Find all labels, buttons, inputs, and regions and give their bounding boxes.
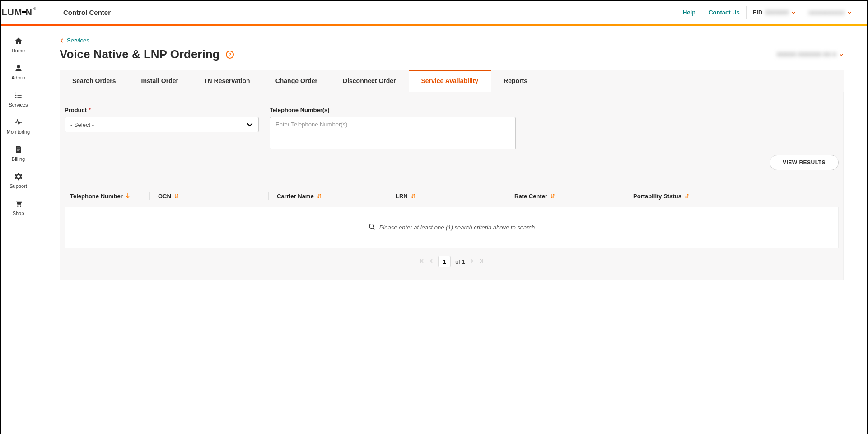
user-dropdown[interactable]: xxxxxxxxxxx (802, 9, 858, 16)
tn-input[interactable] (270, 117, 516, 149)
help-icon[interactable]: ? (226, 51, 234, 59)
tab-install-order[interactable]: Install Order (129, 70, 191, 92)
nav-admin[interactable]: Admin (1, 58, 36, 85)
logo-text-right: N (25, 7, 32, 18)
sort-icon (684, 193, 690, 199)
tn-label: Telephone Number(s) (270, 107, 516, 113)
help-link[interactable]: Help (677, 9, 702, 16)
sort-down-icon (126, 193, 130, 199)
svg-rect-4 (17, 95, 21, 96)
page-title: Voice Native & LNP Ordering (60, 47, 219, 61)
account-dropdown[interactable]: XXXXX XXXXXX XX X (777, 51, 844, 58)
th-label: Telephone Number (70, 193, 123, 200)
th-separator (625, 192, 625, 200)
account-name: XXXXX XXXXXX XX X (777, 51, 836, 58)
page-prev-icon[interactable] (429, 258, 434, 265)
th-portability-status[interactable]: Portability Status (633, 192, 833, 200)
page-first-icon[interactable] (419, 258, 425, 265)
th-separator (149, 192, 150, 200)
svg-rect-7 (17, 148, 20, 148)
top-right: Help Contact Us EID XXXXXX xxxxxxxxxxx (677, 6, 858, 19)
cart-icon (14, 198, 23, 210)
gear-icon (14, 171, 23, 182)
eid-dropdown[interactable]: EID XXXXXX (747, 9, 803, 16)
th-carrier-name[interactable]: Carrier Name (277, 192, 387, 200)
svg-point-11 (17, 206, 19, 207)
tab-tn-reservation[interactable]: TN Reservation (191, 70, 263, 92)
tabs: Search Orders Install Order TN Reservati… (60, 70, 844, 92)
tab-search-orders[interactable]: Search Orders (60, 70, 129, 92)
svg-point-3 (15, 95, 16, 96)
nav-label: Home (12, 48, 25, 53)
logo[interactable]: LUM N ® (1, 7, 36, 18)
chevron-down-icon (839, 52, 844, 57)
nav-shop[interactable]: Shop (1, 193, 36, 220)
tab-service-availability[interactable]: Service Availability (409, 70, 491, 92)
svg-rect-8 (17, 149, 20, 149)
sort-icon (411, 193, 416, 199)
nav-monitoring[interactable]: Monitoring (1, 112, 36, 139)
breadcrumb-services[interactable]: Services (67, 37, 89, 44)
results-table: Telephone Number OCN Carrier Name (65, 185, 839, 269)
user-name: xxxxxxxxxxx (808, 9, 845, 16)
chevron-down-icon (247, 121, 253, 128)
th-lrn[interactable]: LRN (396, 192, 506, 200)
nav-billing[interactable]: Billing (1, 139, 36, 166)
top-bar: LUM N ® Control Center Help Contact Us E… (1, 1, 867, 24)
nav-label: Admin (11, 75, 25, 80)
th-separator (506, 192, 506, 200)
svg-rect-2 (17, 93, 21, 93)
th-label: Portability Status (633, 193, 681, 200)
product-label-text: Product (65, 107, 87, 113)
nav-label: Shop (13, 210, 24, 216)
nav-support[interactable]: Support (1, 166, 36, 193)
breadcrumb: Services (60, 37, 844, 44)
page-last-icon[interactable] (479, 258, 484, 265)
svg-point-13 (369, 224, 373, 228)
product-field: Product * - Select - (65, 107, 259, 132)
nav-label: Support (9, 183, 27, 189)
th-separator (268, 192, 269, 200)
side-nav: Home Admin Services Monitoring Billing S… (1, 26, 36, 434)
product-select[interactable]: - Select - (65, 117, 259, 132)
contact-link[interactable]: Contact Us (702, 9, 746, 16)
th-rate-center[interactable]: Rate Center (514, 192, 625, 200)
empty-text: Please enter at least one (1) search cri… (379, 224, 535, 231)
th-label: Carrier Name (277, 193, 314, 200)
pagination: of 1 (65, 248, 839, 269)
search-panel: Product * - Select - Telephone Number(s) (60, 92, 844, 280)
eid-value: XXXXXX (765, 9, 789, 16)
list-icon (14, 89, 23, 101)
svg-rect-6 (17, 97, 21, 98)
user-icon (14, 62, 23, 74)
main: Services Voice Native & LNP Ordering ? X… (36, 26, 867, 434)
tab-change-order[interactable]: Change Order (263, 70, 330, 92)
svg-point-5 (15, 97, 16, 98)
logo-wrap: LUM N ® (1, 7, 36, 18)
table-header-row: Telephone Number OCN Carrier Name (65, 185, 839, 207)
nav-home[interactable]: Home (1, 31, 36, 58)
logo-bar-icon (22, 11, 26, 13)
th-telephone-number[interactable]: Telephone Number (70, 192, 149, 200)
svg-point-12 (19, 206, 21, 207)
page-input[interactable] (438, 256, 451, 267)
tab-reports[interactable]: Reports (491, 70, 540, 92)
svg-point-1 (15, 93, 16, 94)
nav-label: Monitoring (7, 129, 30, 135)
chevron-down-icon (847, 10, 852, 15)
form-row: Product * - Select - Telephone Number(s) (65, 107, 839, 149)
sort-icon (550, 193, 555, 199)
sort-icon (317, 193, 322, 199)
nav-services[interactable]: Services (1, 85, 36, 112)
nav-label: Billing (12, 156, 25, 162)
page-next-icon[interactable] (470, 258, 474, 265)
required-asterisk: * (89, 107, 91, 113)
eid-label: EID (753, 9, 763, 16)
search-icon (369, 223, 376, 232)
tab-disconnect-order[interactable]: Disconnect Order (330, 70, 408, 92)
th-ocn[interactable]: OCN (158, 192, 268, 200)
registered-icon: ® (33, 7, 37, 11)
chevron-left-icon (60, 38, 64, 43)
view-results-button[interactable]: VIEW RESULTS (770, 155, 839, 170)
empty-state: Please enter at least one (1) search cri… (65, 207, 839, 248)
